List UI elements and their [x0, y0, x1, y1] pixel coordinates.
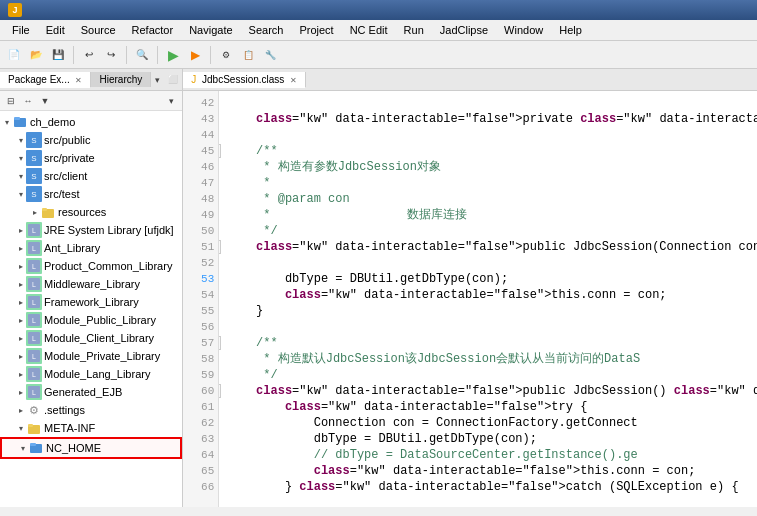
toolbar-misc1[interactable]: ⚙ [216, 45, 236, 65]
tree-arrow-4: ▾ [16, 190, 26, 199]
line-num-42: 42 [183, 95, 218, 111]
tree-item-8[interactable]: ▸LProduct_Common_Library [0, 257, 182, 275]
line-num-46: 46 [183, 159, 218, 175]
line-num-61: 61 [183, 399, 218, 415]
fold-btn-60[interactable]: − [219, 384, 221, 398]
menu-item-edit[interactable]: Edit [38, 22, 73, 38]
tree-arrow-7: ▸ [16, 244, 26, 253]
menu-item-navigate[interactable]: Navigate [181, 22, 240, 38]
tree-item-7[interactable]: ▸LAnt_Library [0, 239, 182, 257]
tree-arrow-1: ▾ [16, 136, 26, 145]
tree-arrow-0: ▾ [2, 118, 12, 127]
tree-arrow-18: ▾ [18, 444, 28, 453]
editor-tab-bar: J JdbcSession.class ✕ [183, 69, 757, 91]
toolbar-misc3[interactable]: 🔧 [260, 45, 280, 65]
menu-item-source[interactable]: Source [73, 22, 124, 38]
app-icon: J [8, 3, 22, 17]
tree-item-17[interactable]: ▾META-INF [0, 419, 182, 437]
tree-icon-lib-13: L [26, 348, 42, 364]
toolbar-debug[interactable]: ▶ [185, 45, 205, 65]
toolbar-undo[interactable]: ↩ [79, 45, 99, 65]
panel-menu2[interactable]: ▾ [163, 93, 179, 109]
code-line-58: * 构造默认JdbcSession该JdbcSession会默认从当前访问的Da… [227, 351, 757, 367]
toolbar-save[interactable]: 💾 [48, 45, 68, 65]
collapse-all-btn[interactable]: ⊟ [3, 93, 19, 109]
tree-icon-lib-15: L [26, 384, 42, 400]
tab-hierarchy[interactable]: Hierarchy [91, 72, 151, 87]
toolbar-open[interactable]: 📂 [26, 45, 46, 65]
code-line-59: */ [227, 367, 757, 383]
tab-close-package[interactable]: ✕ [75, 76, 82, 85]
code-line-53: dbType = DBUtil.getDbType(con); [227, 271, 757, 287]
tree-icon-settings-16: ⚙ [26, 402, 42, 418]
code-line-63: dbType = DBUtil.getDbType(con); [227, 431, 757, 447]
code-content[interactable]: class="kw" data-interactable="false">pri… [219, 91, 757, 507]
menu-item-search[interactable]: Search [241, 22, 292, 38]
code-line-65: class="kw" data-interactable="false">thi… [227, 463, 757, 479]
code-line-56 [227, 319, 757, 335]
tree-item-16[interactable]: ▸⚙.settings [0, 401, 182, 419]
tree-item-6[interactable]: ▸LJRE System Library [ufjdk] [0, 221, 182, 239]
menu-item-run[interactable]: Run [396, 22, 432, 38]
menu-item-project[interactable]: Project [291, 22, 341, 38]
menu-item-jadclipse[interactable]: JadClipse [432, 22, 496, 38]
tree-item-0[interactable]: ▾ch_demo [0, 113, 182, 131]
tree-item-12[interactable]: ▸LModule_Client_Library [0, 329, 182, 347]
menu-item-help[interactable]: Help [551, 22, 590, 38]
panel-menu-btn[interactable]: ▾ [151, 73, 164, 87]
left-panel: Package Ex... ✕ Hierarchy ▾ ⬜ ⊟ ↔ ▼ ▾ ▾c… [0, 69, 183, 507]
tree-item-10[interactable]: ▸LFramework_Library [0, 293, 182, 311]
toolbar-run[interactable]: ▶ [163, 45, 183, 65]
tree-item-14[interactable]: ▸LModule_Lang_Library [0, 365, 182, 383]
toolbar-redo[interactable]: ↪ [101, 45, 121, 65]
link-editor-btn[interactable]: ↔ [20, 93, 36, 109]
line-num-64: 64 [183, 447, 218, 463]
editor-tab-close[interactable]: ✕ [290, 76, 297, 85]
tree-item-15[interactable]: ▸LGenerated_EJB [0, 383, 182, 401]
menu-item-window[interactable]: Window [496, 22, 551, 38]
line-num-57: 57 [183, 335, 218, 351]
code-line-60: − class="kw" data-interactable="false">p… [227, 383, 757, 399]
svg-text:L: L [32, 263, 36, 270]
tree-icon-src-3: S [26, 168, 42, 184]
tree-icon-lib-10: L [26, 294, 42, 310]
tree-icon-lib-8: L [26, 258, 42, 274]
tree-item-2[interactable]: ▾Ssrc/private [0, 149, 182, 167]
menu-item-nc-edit[interactable]: NC Edit [342, 22, 396, 38]
line-num-58: 58 [183, 351, 218, 367]
filter-btn[interactable]: ▼ [37, 93, 53, 109]
toolbar-misc2[interactable]: 📋 [238, 45, 258, 65]
menu-item-file[interactable]: File [4, 22, 38, 38]
tree-item-11[interactable]: ▸LModule_Public_Library [0, 311, 182, 329]
tree-item-3[interactable]: ▾Ssrc/client [0, 167, 182, 185]
tree-icon-lib-14: L [26, 366, 42, 382]
tree-view[interactable]: ▾ch_demo▾Ssrc/public▾Ssrc/private▾Ssrc/c… [0, 111, 182, 507]
menu-item-refactor[interactable]: Refactor [124, 22, 182, 38]
code-line-52 [227, 255, 757, 271]
tree-item-4[interactable]: ▾Ssrc/test [0, 185, 182, 203]
editor-tab-jdbcsession[interactable]: J JdbcSession.class ✕ [183, 72, 306, 88]
code-line-51: − class="kw" data-interactable="false">p… [227, 239, 757, 255]
panel-max-btn[interactable]: ⬜ [164, 73, 182, 86]
editor-tab-label: JdbcSession.class [202, 74, 284, 85]
tree-icon-folder-5 [40, 204, 56, 220]
tree-arrow-15: ▸ [16, 388, 26, 397]
toolbar-search[interactable]: 🔍 [132, 45, 152, 65]
tree-label-12: Module_Client_Library [44, 332, 154, 344]
editor-tab-icon: J [191, 74, 196, 85]
fold-btn-51[interactable]: − [219, 240, 221, 254]
title-bar: J [0, 0, 757, 20]
tree-item-13[interactable]: ▸LModule_Private_Library [0, 347, 182, 365]
tree-arrow-3: ▾ [16, 172, 26, 181]
tree-label-7: Ant_Library [44, 242, 100, 254]
tree-item-5[interactable]: ▸resources [0, 203, 182, 221]
tree-item-1[interactable]: ▾Ssrc/public [0, 131, 182, 149]
tab-package-explorer[interactable]: Package Ex... ✕ [0, 72, 91, 88]
toolbar: 📄 📂 💾 ↩ ↪ 🔍 ▶ ▶ ⚙ 📋 🔧 [0, 41, 757, 69]
code-area[interactable]: 4243444546474849505152535455565758596061… [183, 91, 757, 507]
toolbar-new[interactable]: 📄 [4, 45, 24, 65]
tree-item-9[interactable]: ▸LMiddleware_Library [0, 275, 182, 293]
fold-btn-57[interactable]: − [219, 336, 221, 350]
tree-item-18[interactable]: ▾NC_HOME [0, 437, 182, 459]
fold-btn-45[interactable]: − [219, 144, 221, 158]
